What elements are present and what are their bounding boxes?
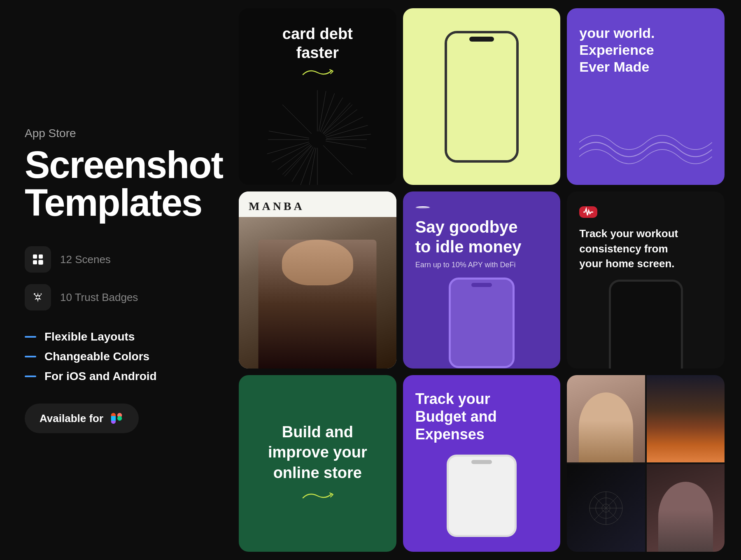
figma-icon (109, 411, 124, 426)
card-budget-title: Track yourBudget andExpenses (415, 390, 548, 443)
svg-line-35 (323, 145, 352, 175)
bullet-platforms: For iOS and Android (25, 370, 206, 383)
title-line2: Templates (25, 182, 202, 224)
svg-line-30 (267, 142, 309, 154)
feature-scenes: 12 Scenes (25, 246, 206, 273)
svg-rect-0 (33, 254, 37, 259)
phone-notch-light (471, 460, 492, 464)
category-label: App Store (25, 127, 206, 140)
card-experience: your world.ExperienceEver Made (567, 8, 725, 185)
svg-line-22 (326, 134, 371, 139)
card-manba-header: MANBA (239, 191, 396, 217)
sparkle-icon (25, 284, 51, 310)
svg-rect-12 (111, 416, 116, 420)
card-debt-script (301, 66, 334, 82)
card-manba: MANBA (239, 191, 396, 368)
phone-frame-white (447, 455, 517, 537)
card-idle-money-phone (415, 278, 548, 368)
card-budget: Track yourBudget andExpenses (403, 375, 561, 552)
svg-point-39 (309, 131, 326, 148)
bullet-dash-1 (25, 336, 36, 338)
card-online-store-title: Build andimprove youronline store (268, 422, 367, 483)
card-photo-4 (647, 464, 725, 552)
badges-label: 10 Trust Badges (60, 291, 138, 304)
card-photo-grid (567, 375, 725, 552)
phone-notch-purple (471, 283, 492, 287)
bullet-text-1: Flexible Layouts (44, 330, 135, 343)
svg-line-28 (278, 145, 311, 170)
manba-logo: MANBA (249, 200, 387, 213)
card-workout: Track your workoutconsistency fromyour h… (567, 191, 725, 368)
svg-rect-2 (33, 260, 37, 264)
svg-rect-5 (39, 260, 43, 264)
svg-line-16 (320, 93, 335, 132)
svg-line-21 (326, 126, 368, 138)
main-title: Screenshot Templates (25, 146, 206, 222)
left-panel: App Store Screenshot Templates 12 Scenes (0, 0, 231, 560)
portrait-1 (567, 375, 645, 463)
card-idle-money-sub: Earn up to 10% APY with DeFi (415, 261, 548, 269)
phone-frame-purple (449, 278, 515, 368)
svg-point-6 (37, 296, 39, 299)
card-online-store-script (301, 490, 334, 505)
card-online-store: Build andimprove youronline store (239, 375, 396, 552)
svg-line-36 (282, 105, 312, 134)
bullet-text-2: Changeable Colors (44, 350, 149, 363)
card-photo-1 (567, 375, 645, 463)
svg-point-8 (41, 294, 42, 295)
phone-screen-yellow (447, 33, 516, 160)
svg-line-33 (326, 141, 366, 148)
card-photo-2 (647, 375, 725, 463)
bullet-text-3: For iOS and Android (44, 370, 157, 383)
card-workout-title: Track your workoutconsistency fromyour h… (579, 226, 712, 271)
web-icon (585, 488, 627, 529)
svg-rect-1 (39, 254, 43, 259)
svg-point-7 (34, 293, 35, 295)
phone-mockup-yellow (411, 16, 552, 177)
bullet-dash-3 (25, 376, 36, 377)
svg-point-13 (117, 416, 122, 420)
feature-badges: 10 Trust Badges (25, 284, 206, 310)
available-btn-text: Available for (40, 412, 103, 425)
grid-plus-icon (25, 246, 51, 273)
right-panel: card debtfaster /* rendered below */ (231, 0, 741, 560)
phone-frame-yellow (445, 31, 519, 163)
phone-frame-dark (609, 280, 683, 369)
phone-screen-dark-inner (611, 282, 681, 369)
available-for-button[interactable]: Available for (25, 404, 139, 433)
portrait-4 (647, 464, 725, 552)
svg-line-25 (301, 147, 315, 185)
card-manba-photo (239, 217, 396, 368)
card-workout-phone (579, 280, 712, 369)
bullet-dash-2 (25, 356, 36, 357)
bullet-colors: Changeable Colors (25, 350, 206, 363)
svg-line-34 (269, 131, 309, 138)
card-photo-3 (567, 464, 645, 552)
bullet-list: Flexible Layouts Changeable Colors For i… (25, 330, 206, 383)
card-budget-phone (415, 451, 548, 537)
svg-line-19 (324, 110, 357, 135)
card-phone-yellow (403, 8, 561, 185)
card-idle-money: Say goodbyeto idle money Earn up to 10% … (403, 191, 561, 368)
bullet-flexible: Flexible Layouts (25, 330, 206, 343)
sunburst-icon: /* rendered below */ (264, 86, 371, 185)
card-experience-text: your world.ExperienceEver Made (579, 25, 712, 75)
wave-pattern (579, 131, 712, 168)
pulse-icon (583, 206, 594, 218)
scenes-label: 12 Scenes (60, 253, 111, 266)
card-workout-icon (579, 206, 597, 218)
sparkle-svg (31, 291, 44, 304)
spinner-icon (415, 206, 430, 209)
phone-notch (469, 37, 494, 42)
card-idle-money-title: Say goodbyeto idle money (415, 217, 548, 257)
card-debt: card debtfaster /* rendered below */ (239, 8, 396, 185)
grid-icon-svg (31, 253, 44, 266)
title-line1: Screenshot (25, 144, 223, 186)
card-debt-text: card debtfaster (282, 25, 353, 62)
